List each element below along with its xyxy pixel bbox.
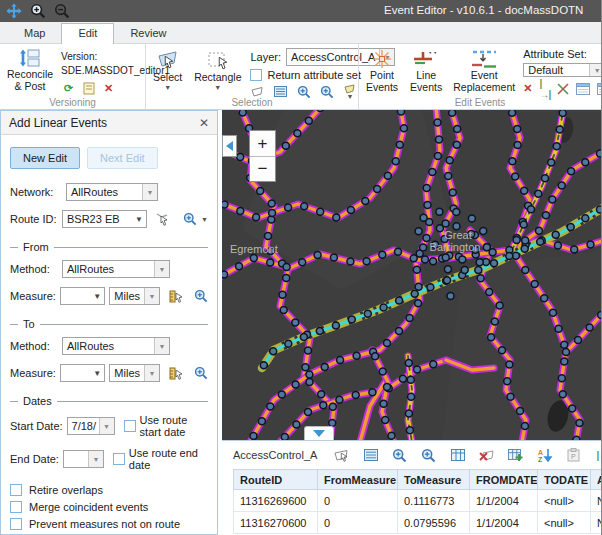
from-zoom-icon[interactable] (194, 289, 208, 304)
map-view[interactable]: Egremont Great Barrington + − (222, 110, 601, 440)
field-calculator-icon[interactable] (449, 447, 466, 464)
zoom-out-icon[interactable] (54, 3, 70, 19)
attribute-set-combo-arrow[interactable]: ▼ (589, 64, 601, 76)
table-row[interactable]: 11316270600 0 0.0795596 1/1/2004 <null> … (234, 512, 602, 534)
return-attribute-checkbox[interactable] (250, 69, 262, 81)
start-date-combo-arrow[interactable]: ▼ (99, 418, 114, 434)
zoom-in-icon[interactable] (30, 3, 46, 19)
start-date-combo[interactable]: 7/18/ ▼ (67, 417, 115, 435)
select-dropdown-arrow[interactable]: ▼ (164, 85, 171, 90)
col-frommeasure[interactable]: FromMeasure (318, 470, 398, 490)
cell-routeid[interactable]: 11316270600 (234, 512, 318, 534)
split-event-icon[interactable]: ✕ (523, 81, 532, 96)
collapse-table-button[interactable] (304, 426, 334, 440)
from-method-combo[interactable]: AllRoutes ▼ (62, 260, 170, 278)
tab-review[interactable]: Review (114, 24, 182, 43)
from-measure-combo[interactable]: ▼ (60, 287, 105, 305)
panel-close-icon[interactable]: ✕ (199, 116, 209, 130)
cell-fromdate[interactable]: 1/1/2004 (470, 490, 538, 512)
event-replacement-button[interactable]: Event Replacement (451, 47, 517, 96)
rectangle-button[interactable]: Rectangle ▼ (191, 47, 244, 96)
retire-overlaps-checkbox[interactable] (10, 484, 22, 496)
from-ruler-icon[interactable] (168, 289, 182, 304)
attribute-list-icon[interactable] (362, 447, 379, 464)
from-measure-combo-arrow[interactable]: ▼ (90, 292, 104, 301)
route-id-combo-arrow[interactable]: ▼ (132, 215, 146, 224)
cell-ac[interactable]: N (591, 512, 602, 534)
from-units-combo[interactable]: Miles ▼ (109, 287, 160, 305)
to-ruler-icon[interactable] (168, 366, 182, 381)
network-combo[interactable]: AllRoutes ▼ (66, 183, 158, 201)
from-method-combo-arrow[interactable]: ▼ (154, 261, 169, 277)
cell-ac[interactable]: N (591, 490, 602, 512)
pan-icon[interactable] (6, 3, 22, 19)
to-measure-combo[interactable]: ▼ (60, 364, 105, 382)
cell-routeid[interactable]: 11316269600 (234, 490, 318, 512)
measure-event-icon[interactable]: |→| (539, 81, 550, 96)
col-tomeasure[interactable]: ToMeasure (398, 470, 470, 490)
select-features-icon[interactable] (333, 447, 350, 464)
attribute-set-label: Attribute Set: (523, 48, 601, 60)
select-button[interactable]: Select ▼ (150, 47, 185, 96)
rectangle-dropdown-arrow[interactable]: ▼ (214, 85, 221, 90)
cell-frommeasure[interactable]: 0 (318, 490, 398, 512)
to-units-combo[interactable]: Miles ▼ (109, 364, 160, 382)
map-zoom-in-button[interactable]: + (250, 131, 275, 156)
col-todate[interactable]: TODATE (538, 470, 591, 490)
measure-icon[interactable]: |→| (594, 447, 601, 464)
to-zoom-icon[interactable] (194, 366, 208, 381)
to-method-combo[interactable]: AllRoutes ▼ (62, 337, 170, 355)
map-label-egremont: Egremont (230, 243, 278, 255)
sort-icon[interactable]: A Z (536, 447, 553, 464)
zoom-to-selection-icon[interactable] (391, 447, 408, 464)
refresh-version-icon[interactable]: ⟳ (61, 81, 76, 96)
route-zoom-icon[interactable] (183, 212, 197, 227)
to-measure-combo-arrow[interactable]: ▼ (90, 369, 104, 378)
next-edit-button[interactable]: Next Edit (87, 147, 158, 169)
merge-coincident-label: Merge coincident events (29, 501, 148, 513)
cell-fromdate[interactable]: 1/1/2004 (470, 512, 538, 534)
cell-todate[interactable]: <null> (538, 490, 591, 512)
new-version-icon[interactable] (81, 81, 96, 96)
line-events-button[interactable]: Line Events (407, 47, 445, 96)
reconcile-post-button[interactable]: Reconcile & Post (4, 47, 56, 96)
snap-event-icon[interactable] (557, 81, 569, 96)
clear-selection-icon[interactable] (478, 447, 495, 464)
to-units-combo-arrow[interactable]: ▼ (144, 365, 159, 381)
merge-coincident-checkbox[interactable] (10, 501, 22, 513)
select-route-icon[interactable] (155, 212, 169, 227)
point-events-button[interactable]: Point Events (363, 47, 401, 96)
route-id-combo[interactable]: BSR23 EB ▼ (62, 210, 147, 228)
col-ac[interactable]: AC (591, 470, 602, 490)
col-routeid[interactable]: RouteID (234, 470, 318, 490)
paste-attributes-icon[interactable]: P (565, 447, 582, 464)
col-fromdate[interactable]: FROMDATE (470, 470, 538, 490)
end-date-combo[interactable]: ▼ (63, 450, 104, 468)
to-method-combo-arrow[interactable]: ▼ (154, 338, 169, 354)
from-units-combo-arrow[interactable]: ▼ (144, 288, 159, 304)
map-zoom-out-button[interactable]: − (250, 156, 275, 181)
attribute-set-combo[interactable]: Default ▼ (523, 63, 601, 77)
end-date-combo-arrow[interactable]: ▼ (88, 451, 103, 467)
route-zoom-dropdown-arrow[interactable]: ▼ (201, 217, 208, 222)
network-combo-arrow[interactable]: ▼ (142, 184, 157, 200)
use-route-start-checkbox[interactable] (124, 420, 136, 432)
use-route-end-checkbox[interactable] (113, 453, 125, 465)
collapse-panel-button[interactable] (222, 135, 237, 157)
pan-to-selection-icon[interactable] (420, 447, 437, 464)
new-edit-button[interactable]: New Edit (10, 147, 80, 169)
prevent-measures-checkbox[interactable] (10, 518, 22, 530)
add-record-icon[interactable] (507, 447, 524, 464)
event-replacement-label: Event Replacement (453, 70, 515, 94)
cell-todate[interactable]: <null> (538, 512, 591, 534)
cell-tomeasure[interactable]: 0.1116773 (398, 490, 470, 512)
table-row[interactable]: 11316269600 0 0.1116773 1/1/2004 <null> … (234, 490, 602, 512)
tab-edit[interactable]: Edit (61, 23, 114, 44)
cell-tomeasure[interactable]: 0.0795596 (398, 512, 470, 534)
panel-1-icon[interactable] (576, 81, 590, 96)
layer-label: Layer: (250, 51, 281, 63)
tab-map[interactable]: Map (8, 24, 61, 43)
panel-2-icon[interactable] (597, 81, 601, 96)
delete-version-icon[interactable]: ✕ (101, 81, 116, 96)
cell-frommeasure[interactable]: 0 (318, 512, 398, 534)
